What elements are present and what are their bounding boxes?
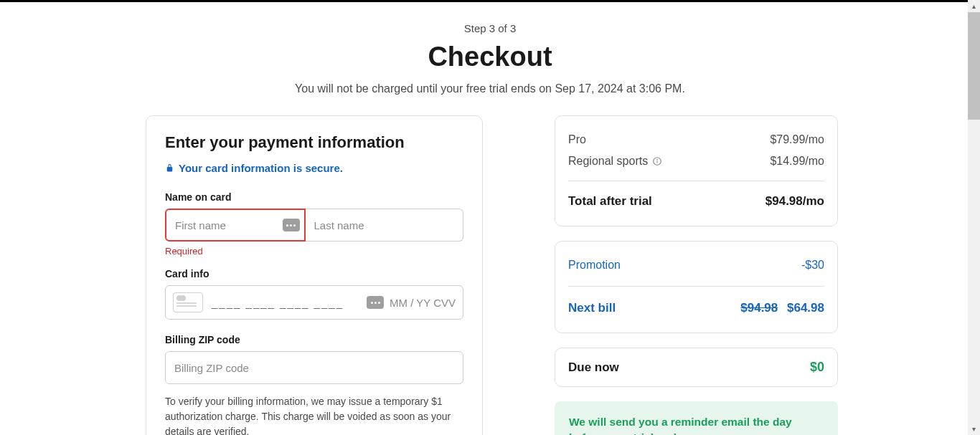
lock-icon bbox=[165, 163, 174, 173]
due-now-card: Due now $0 bbox=[555, 348, 838, 387]
zip-label: Billing ZIP code bbox=[165, 334, 463, 345]
payment-heading: Enter your payment information bbox=[165, 133, 463, 152]
payment-form-card: Enter your payment information Your card… bbox=[146, 115, 483, 435]
card-icon bbox=[173, 292, 203, 312]
promo-value: -$30 bbox=[801, 259, 824, 272]
summary-item-label: Pro bbox=[568, 133, 586, 146]
divider bbox=[568, 286, 824, 287]
total-value: $94.98/mo bbox=[765, 194, 824, 209]
password-manager-icon[interactable] bbox=[283, 219, 300, 231]
secure-line: Your card information is secure. bbox=[165, 162, 463, 174]
last-name-input[interactable] bbox=[306, 209, 464, 242]
due-now-label: Due now bbox=[568, 360, 619, 375]
summary-total-row: Total after trial $94.98/mo bbox=[568, 190, 824, 213]
next-bill-label: Next bill bbox=[568, 301, 616, 315]
next-bill-value: $64.98 bbox=[787, 301, 824, 315]
zip-input[interactable] bbox=[165, 351, 463, 384]
summary-item-price: $14.99/mo bbox=[770, 155, 824, 168]
promo-label: Promotion bbox=[568, 259, 621, 272]
card-number-placeholder: ____ ____ ____ ____ bbox=[212, 297, 358, 309]
name-on-card-label: Name on card bbox=[165, 191, 463, 203]
promo-row: Promotion -$30 bbox=[568, 254, 824, 276]
summary-item-label: Regional sports bbox=[568, 155, 648, 168]
summary-item-price: $79.99/mo bbox=[770, 133, 824, 146]
scroll-down-arrow[interactable]: ▾ bbox=[972, 423, 976, 435]
trial-subtitle: You will not be charged until your free … bbox=[146, 82, 834, 95]
order-summary-card: Pro $79.99/mo Regional sports $14.99/mo bbox=[555, 115, 838, 226]
reminder-banner: We will send you a reminder email the da… bbox=[555, 401, 838, 435]
scrollbar[interactable]: ▴ ▾ bbox=[968, 0, 980, 435]
page-title: Checkout bbox=[146, 42, 834, 72]
scroll-up-arrow[interactable]: ▴ bbox=[972, 0, 976, 12]
scroll-thumb[interactable] bbox=[968, 12, 980, 120]
summary-item-regional: Regional sports $14.99/mo bbox=[568, 150, 824, 172]
step-indicator: Step 3 of 3 bbox=[146, 22, 834, 34]
first-name-error: Required bbox=[165, 246, 463, 257]
card-info-label: Card info bbox=[165, 268, 463, 279]
due-now-value: $0 bbox=[810, 360, 824, 375]
password-manager-icon[interactable] bbox=[367, 296, 384, 309]
next-bill-row: Next bill $94.98 $64.98 bbox=[568, 297, 824, 320]
summary-item-pro: Pro $79.99/mo bbox=[568, 129, 824, 150]
secure-text: Your card information is secure. bbox=[179, 162, 343, 174]
promotion-card: Promotion -$30 Next bill $94.98 $64.98 bbox=[555, 241, 838, 333]
svg-point-2 bbox=[657, 159, 658, 160]
card-info-input[interactable]: ____ ____ ____ ____ MM / YY CVV bbox=[165, 285, 463, 320]
billing-note: To verify your billing information, we m… bbox=[165, 394, 463, 435]
exp-cvv-placeholder: MM / YY CVV bbox=[390, 297, 456, 309]
total-label: Total after trial bbox=[568, 194, 652, 209]
next-bill-strike: $94.98 bbox=[740, 301, 778, 315]
info-icon[interactable] bbox=[652, 156, 662, 166]
divider bbox=[568, 181, 824, 181]
